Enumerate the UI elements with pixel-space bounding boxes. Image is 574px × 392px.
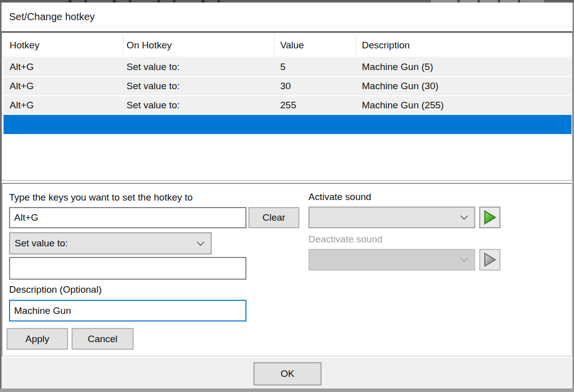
column-header-on-hotkey[interactable]: On Hotkey (126, 40, 172, 51)
play-activate-sound-button[interactable] (479, 207, 500, 228)
dialog-titlebar: Set/Change hotkey (2, 3, 572, 31)
action-select[interactable]: Set value to: (9, 232, 212, 254)
activate-sound-select[interactable] (308, 207, 475, 228)
cell-value: 30 (280, 81, 291, 92)
cancel-button[interactable]: Cancel (72, 328, 134, 350)
cell-hotkey: Alt+G (10, 100, 34, 111)
table-row[interactable]: Alt+G Set value to: 5 Machine Gun (5) (4, 58, 571, 76)
ok-button[interactable]: OK (253, 362, 322, 385)
play-deactivate-sound-button (479, 249, 500, 271)
cell-on-hotkey: Set value to: (126, 81, 180, 92)
cell-value: 5 (280, 61, 286, 73)
column-divider (274, 35, 275, 55)
description-input[interactable] (9, 300, 246, 321)
play-icon (484, 252, 496, 267)
screen: Set/Change hotkey Hotkey On Hotkey Value… (0, 0, 574, 392)
chevron-down-icon (460, 257, 468, 262)
hotkey-list-header: Hotkey On Hotkey Value Description (2, 33, 572, 57)
cell-hotkey: Alt+G (10, 61, 34, 73)
table-row[interactable]: Alt+G Set value to: 30 Machine Gun (30) (4, 77, 571, 95)
column-divider (356, 35, 356, 55)
play-icon (484, 210, 496, 225)
table-row[interactable]: Alt+G Set value to: 255 Machine Gun (255… (4, 96, 571, 114)
apply-button[interactable]: Apply (7, 328, 68, 350)
action-select-value: Set value to: (15, 238, 197, 249)
column-header-value[interactable]: Value (280, 40, 304, 51)
activate-sound-label: Activate sound (308, 191, 371, 203)
cell-description: Machine Gun (30) (362, 81, 438, 92)
column-divider (123, 35, 123, 55)
dialog-title: Set/Change hotkey (9, 11, 95, 23)
column-header-hotkey[interactable]: Hotkey (10, 40, 39, 51)
table-row-selected[interactable] (4, 115, 571, 134)
hotkey-list: Hotkey On Hotkey Value Description Alt+G… (2, 33, 572, 181)
description-label: Description (Optional) (9, 284, 102, 295)
cell-description: Machine Gun (255) (362, 100, 444, 111)
value-input[interactable] (9, 257, 246, 280)
hotkey-input-label: Type the keys you want to set the hotkey… (9, 192, 193, 203)
cell-description: Machine Gun (5) (362, 61, 433, 73)
chevron-down-icon (460, 215, 468, 220)
cell-on-hotkey: Set value to: (126, 100, 180, 111)
cell-on-hotkey: Set value to: (126, 61, 180, 73)
cell-hotkey: Alt+G (10, 81, 34, 92)
cell-value: 255 (280, 100, 296, 111)
hotkey-input[interactable] (9, 207, 246, 228)
dialog-border-bottom (0, 388, 574, 392)
deactivate-sound-label: Deactivate sound (308, 234, 382, 245)
chevron-down-icon (197, 241, 205, 246)
deactivate-sound-select (308, 249, 475, 271)
column-header-description[interactable]: Description (362, 40, 410, 51)
clear-button[interactable]: Clear (248, 207, 299, 228)
